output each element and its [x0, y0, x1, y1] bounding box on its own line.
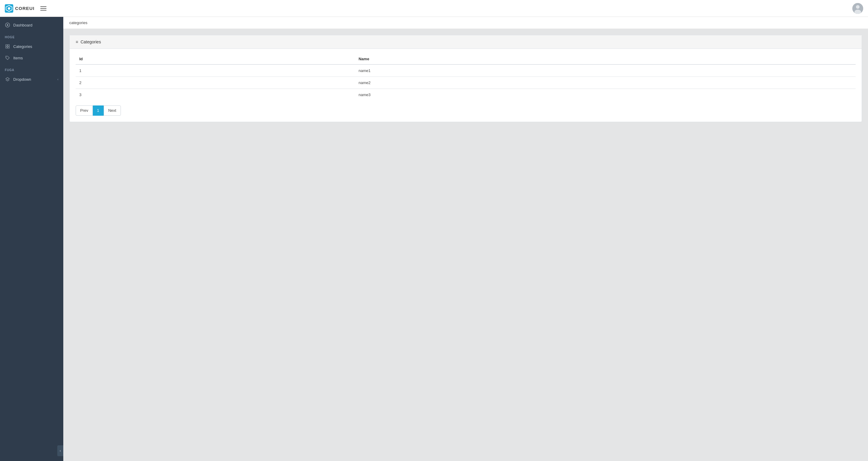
sidebar-item-categories-label: Categories: [13, 44, 59, 49]
prev-button[interactable]: Prev: [76, 105, 93, 116]
sidebar-section-fuga: FUGA: [0, 64, 63, 73]
navbar: COREUI: [0, 0, 868, 17]
navbar-right: [852, 3, 863, 14]
dropdown-arrow-icon: ‹: [57, 78, 59, 81]
cell-id: 2: [76, 77, 355, 89]
cell-name: name2: [355, 77, 856, 89]
svg-point-6: [7, 24, 8, 26]
sidebar-item-items[interactable]: Items: [0, 52, 63, 64]
table-header-row: Id Name: [76, 54, 856, 64]
pagination: Prev 1 Next: [76, 105, 856, 116]
hamburger-line-2: [40, 8, 46, 9]
cell-name: name3: [355, 89, 856, 101]
card-body: Id Name 1name12name23name3 Prev 1 Next: [70, 49, 862, 122]
hamburger-line-1: [40, 6, 46, 7]
app-body: Dashboard HOGE Categories Items FUGA: [0, 17, 868, 461]
page-1-button[interactable]: 1: [93, 105, 104, 116]
logo-text: COREUI: [15, 6, 34, 11]
logo: COREUI: [5, 4, 34, 13]
grid-icon: [5, 44, 10, 49]
layers-icon: [5, 76, 10, 82]
categories-card: ≡ Categories Id Name 1name12name23nam: [69, 35, 862, 122]
column-header-id: Id: [76, 54, 355, 64]
navbar-left: COREUI: [5, 4, 48, 13]
sidebar-item-dropdown[interactable]: Dropdown ‹: [0, 73, 63, 85]
tag-icon: [5, 55, 10, 61]
sidebar-item-dashboard[interactable]: Dashboard: [0, 19, 63, 31]
sidebar: Dashboard HOGE Categories Items FUGA: [0, 17, 63, 461]
page-body: ≡ Categories Id Name 1name12name23nam: [63, 29, 868, 461]
dashboard-icon: [5, 22, 10, 28]
card-header: ≡ Categories: [70, 35, 862, 49]
breadcrumb-bar: categories: [63, 17, 868, 29]
sidebar-item-items-label: Items: [13, 56, 59, 60]
hamburger-button[interactable]: [39, 5, 48, 12]
hamburger-line-3: [40, 10, 46, 10]
sidebar-nav: Dashboard HOGE Categories Items FUGA: [0, 17, 63, 461]
sidebar-section-hoge: HOGE: [0, 31, 63, 41]
list-icon: ≡: [76, 39, 78, 44]
avatar-image: [852, 3, 863, 14]
sidebar-item-dashboard-label: Dashboard: [13, 23, 59, 27]
user-avatar[interactable]: [852, 3, 863, 14]
table-body: 1name12name23name3: [76, 64, 856, 101]
cell-id: 1: [76, 64, 355, 77]
table-head: Id Name: [76, 54, 856, 64]
breadcrumb-text: categories: [69, 21, 87, 25]
sidebar-collapse-button[interactable]: ‹: [57, 445, 63, 456]
svg-point-3: [856, 5, 860, 9]
column-header-name: Name: [355, 54, 856, 64]
table-row: 3name3: [76, 89, 856, 101]
svg-point-1: [8, 7, 10, 10]
svg-point-7: [6, 57, 7, 57]
next-button[interactable]: Next: [104, 105, 121, 116]
sidebar-item-categories[interactable]: Categories: [0, 41, 63, 52]
main-content: categories ≡ Categories Id Name: [63, 17, 868, 461]
sidebar-item-dropdown-label: Dropdown: [13, 77, 54, 82]
table-row: 2name2: [76, 77, 856, 89]
table-row: 1name1: [76, 64, 856, 77]
coreui-logo-icon: [5, 4, 13, 13]
cell-name: name1: [355, 64, 856, 77]
card-title: Categories: [81, 39, 101, 44]
cell-id: 3: [76, 89, 355, 101]
categories-table: Id Name 1name12name23name3: [76, 54, 856, 101]
